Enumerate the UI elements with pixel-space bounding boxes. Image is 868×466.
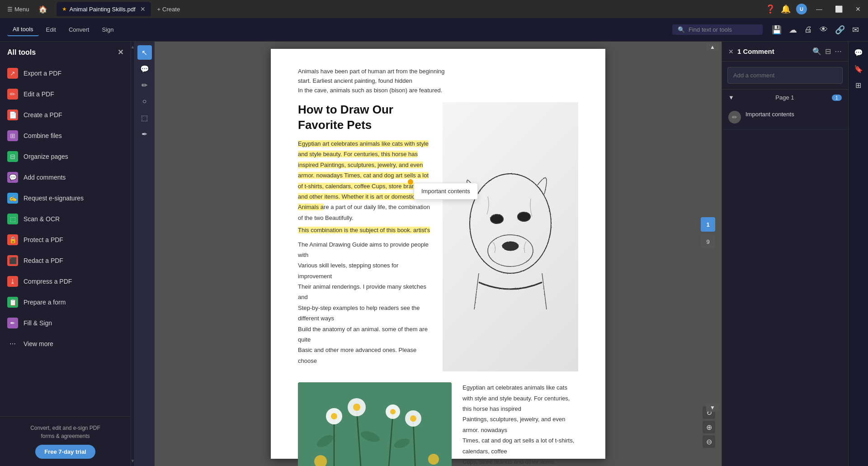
viewer-scroll-down[interactable]: ▼	[706, 404, 719, 412]
user-avatar[interactable]: U	[796, 4, 807, 14]
tool-item-scan[interactable]: ⬚Scan & OCR	[0, 209, 131, 229]
panel-title: All tools	[7, 48, 36, 57]
zoom-controls: ↻ ⊕ ⊖	[703, 406, 715, 448]
comment-input[interactable]	[727, 67, 843, 84]
bell-icon[interactable]: 🔔	[781, 4, 791, 14]
tab-close-button[interactable]: ✕	[140, 5, 146, 13]
current-page-number: 1	[701, 217, 715, 232]
svg-point-0	[470, 174, 551, 273]
right-panel-title: 1 Comment	[737, 48, 809, 55]
main-area: All tools ✕ ↗Export a PDF✏Edit a PDF📄Cre…	[0, 42, 868, 466]
close-button[interactable]: ✕	[852, 5, 864, 13]
tool-item-esign[interactable]: ✍Request e-signatures	[0, 188, 131, 209]
zoom-out-button[interactable]: ⊖	[703, 435, 715, 448]
bookmark-sidebar-button[interactable]: 🔖	[851, 62, 866, 76]
edit-button[interactable]: Edit	[41, 24, 61, 36]
trial-button[interactable]: Free 7-day trial	[35, 445, 95, 459]
organize-tool-icon: ⊟	[7, 151, 18, 162]
dog-sketch-image	[443, 102, 578, 371]
tool-item-combine[interactable]: ⊞Combine files	[0, 125, 131, 146]
mail-icon[interactable]: ✉	[850, 23, 861, 37]
left-scrollbar: ▲ ▼	[131, 42, 135, 466]
compress-tool-label: Compress a PDF	[24, 278, 72, 285]
svg-point-4	[502, 242, 519, 251]
filter-comments-icon[interactable]: ⊟	[825, 47, 831, 56]
sign-button[interactable]: Sign	[96, 24, 119, 36]
right-sidebar: ✕ 1 Comment 🔍 ⊟ ⋯ ▼ Page 1 1 ✏ Important…	[722, 42, 848, 466]
grid-sidebar-button[interactable]: ⊞	[851, 78, 866, 92]
maximize-button[interactable]: ⬜	[831, 5, 846, 13]
convert-button[interactable]: Convert	[63, 24, 95, 36]
tool-item-create[interactable]: 📄Create a PDF	[0, 105, 131, 125]
tool-item-protect[interactable]: 🔒Protect a PDF	[0, 229, 131, 250]
page-section-header[interactable]: ▼ Page 1 1	[722, 90, 848, 105]
tool-item-more[interactable]: ⋯View more	[0, 333, 131, 354]
pdf-page: Animals have been part of human art from…	[271, 49, 605, 459]
panel-close-button[interactable]: ✕	[118, 48, 123, 57]
more-options-icon[interactable]: ⋯	[835, 47, 842, 56]
view-icon[interactable]: 👁	[818, 23, 830, 36]
all-tools-button[interactable]: All tools	[7, 23, 39, 36]
title-bar: ☰ Menu 🏠 ★ Animal Painting Skills.pdf ✕ …	[0, 0, 868, 18]
esign-tool-label: Request e-signatures	[24, 195, 84, 202]
tool-item-redact[interactable]: ⬛Redact a PDF	[0, 250, 131, 271]
scan-tool-label: Scan & OCR	[24, 215, 60, 223]
print-icon[interactable]: 🖨	[802, 23, 814, 36]
highlighted-text-2: This combination is the subject of this …	[298, 227, 430, 233]
pdf-title: How to Draw OurFavorite Pets	[298, 102, 432, 133]
title-bar-right: ❓ 🔔 U — ⬜ ✕	[765, 4, 864, 14]
search-placeholder: Find text or tools	[689, 26, 732, 33]
menu-button[interactable]: ☰ Menu	[4, 4, 33, 14]
pdf-body-text: The Animal Drawing Guide aims to provide…	[298, 239, 432, 366]
tool-item-edit[interactable]: ✏Edit a PDF	[0, 84, 131, 105]
comment-tool-button[interactable]: 💬	[137, 62, 152, 76]
edit-tool-label: Edit a PDF	[24, 90, 54, 98]
svg-point-15	[353, 404, 360, 411]
minimize-button[interactable]: —	[812, 5, 826, 13]
tool-list: ↗Export a PDF✏Edit a PDF📄Create a PDF⊞Co…	[0, 63, 131, 416]
pdf-viewer[interactable]: Animals have been part of human art from…	[155, 42, 722, 466]
text-box-tool-button[interactable]: ⬚	[137, 110, 152, 125]
footer-text: Convert, edit and e-sign PDFforms & agre…	[7, 424, 123, 440]
pencil-tool-button[interactable]: ✏	[137, 78, 152, 92]
right-panel-close-button[interactable]: ✕	[728, 48, 734, 55]
form-tool-label: Prepare a form	[24, 299, 66, 306]
search-comments-icon[interactable]: 🔍	[812, 47, 821, 56]
cloud-icon[interactable]: ☁	[787, 23, 799, 37]
tool-item-fill[interactable]: ✒Fill & Sign	[0, 313, 131, 333]
export-tool-icon: ↗	[7, 68, 18, 79]
tool-item-form[interactable]: 📋Prepare a form	[0, 292, 131, 313]
help-icon[interactable]: ❓	[765, 4, 775, 14]
pen-tool-button[interactable]: ✒	[137, 127, 152, 141]
viewer-scroll-up[interactable]: ▲	[706, 43, 719, 51]
tool-item-comment[interactable]: 💬Add comments	[0, 167, 131, 188]
tool-item-compress[interactable]: ⤓Compress a PDF	[0, 271, 131, 292]
comment-tool-label: Add comments	[24, 174, 66, 181]
svg-point-16	[390, 409, 396, 414]
plus-icon: +	[157, 6, 161, 13]
zoom-in-button[interactable]: ⊕	[703, 421, 715, 433]
tab-filename: Animal Painting Skills.pdf	[70, 6, 136, 13]
tool-item-export[interactable]: ↗Export a PDF	[0, 63, 131, 84]
annotation-toolbar: ↖ 💬 ✏ ○ ⬚ ✒	[135, 42, 155, 466]
cursor-tool-button[interactable]: ↖	[137, 45, 152, 60]
comment-item: ✏ Important contents	[722, 105, 848, 129]
dog-image-column	[443, 102, 578, 371]
tool-item-organize[interactable]: ⊟Organize pages	[0, 146, 131, 167]
comment-text: Important contents	[745, 111, 794, 124]
tooltip-text: Important contents	[421, 188, 470, 195]
search-icon: 🔍	[678, 26, 685, 33]
search-box[interactable]: 🔍 Find text or tools	[672, 24, 763, 35]
save-icon[interactable]: 💾	[770, 23, 783, 37]
new-tab-button[interactable]: + Create	[153, 4, 185, 14]
eraser-tool-button[interactable]: ○	[137, 94, 152, 109]
form-tool-icon: 📋	[7, 297, 18, 308]
star-icon: ★	[62, 6, 67, 12]
combine-tool-label: Combine files	[24, 132, 62, 139]
comments-sidebar-button[interactable]: 💬	[851, 45, 866, 60]
link-icon[interactable]: 🔗	[833, 23, 847, 37]
comment-input-area	[722, 62, 848, 90]
tooltip-popup: Important contents	[414, 183, 478, 200]
home-button[interactable]: 🏠	[35, 3, 51, 15]
active-tab[interactable]: ★ Animal Painting Skills.pdf ✕	[57, 2, 151, 16]
